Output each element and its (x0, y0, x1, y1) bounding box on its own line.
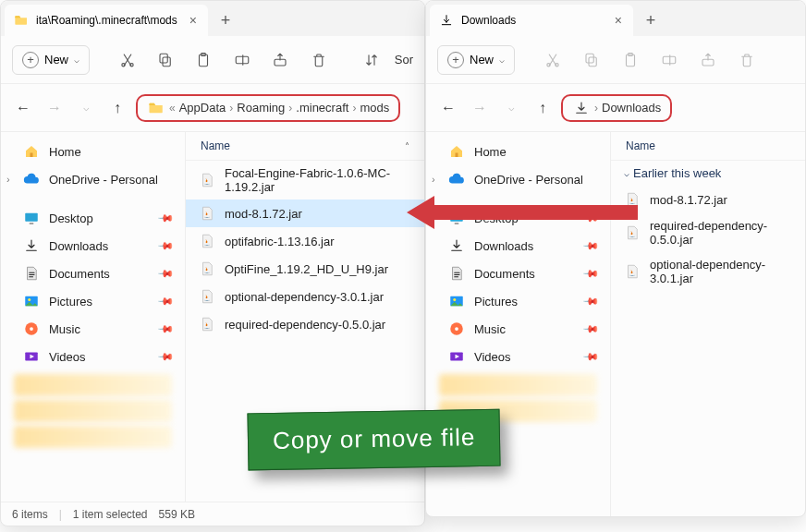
forward-button[interactable]: → (42, 95, 67, 121)
new-tab-button[interactable]: + (212, 11, 239, 30)
sidebar-item-videos[interactable]: Videos📌 (1, 343, 185, 370)
blurred-item (14, 426, 172, 448)
pin-icon: 📌 (581, 264, 599, 282)
status-items: 6 items (12, 508, 48, 521)
new-button[interactable]: + New ⌵ (12, 45, 90, 75)
sidebar: Home ›OneDrive - Personal Desktop📌 Downl… (1, 132, 186, 502)
tab-mods[interactable]: ita\Roaming\.minecraft\mods × (5, 5, 208, 36)
sidebar-item-videos[interactable]: Videos📌 (426, 343, 610, 370)
status-selected: 1 item selected (73, 508, 148, 521)
blurred-item (14, 374, 172, 396)
cut-button[interactable] (112, 44, 142, 76)
chevron-down-icon[interactable]: ⌵ (73, 95, 99, 121)
share-button[interactable] (265, 44, 296, 76)
file-row[interactable]: optional-dependency-3.0.1.jar (186, 283, 424, 310)
jar-icon (199, 316, 215, 332)
chevron-down-icon[interactable]: ⌵ (498, 95, 524, 121)
file-row[interactable]: mod-8.1.72.jar (611, 186, 805, 213)
jar-icon (624, 263, 641, 280)
file-name: required-dependency-0.5.0.jar (225, 318, 385, 332)
nav-bar: ← → ⌵ ↑ › Downloads (426, 84, 805, 132)
toolbar: + New ⌵ Sor (1, 36, 424, 84)
file-row[interactable]: OptiFine_1.19.2_HD_U_H9.jar (186, 255, 424, 283)
folder-icon (147, 100, 165, 116)
crumb[interactable]: mods (360, 101, 389, 115)
download-icon (439, 13, 454, 28)
chevron-down-icon: ⌵ (74, 54, 79, 65)
pin-icon: 📌 (156, 347, 174, 365)
new-label: New (44, 53, 68, 66)
file-name: OptiFine_1.19.2_HD_U_H9.jar (225, 262, 388, 276)
new-button[interactable]: + New ⌵ (437, 45, 515, 75)
breadcrumb-path[interactable]: « AppData› Roaming› .minecraft› mods (136, 94, 400, 122)
sort-label: Sor (395, 53, 413, 66)
chevron-right-icon: « (169, 102, 176, 115)
crumb[interactable]: AppData (179, 101, 226, 115)
column-header-name[interactable]: Name˄ (186, 132, 424, 161)
paste-button[interactable] (615, 44, 646, 76)
breadcrumb-path[interactable]: › Downloads (561, 94, 672, 122)
rename-button[interactable] (653, 44, 685, 76)
delete-button[interactable] (731, 44, 763, 76)
pin-icon: 📌 (156, 209, 174, 226)
tab-downloads[interactable]: Downloads × (430, 5, 633, 36)
up-button[interactable]: ↑ (530, 95, 556, 121)
group-header[interactable]: ⌵Earlier this week (611, 161, 805, 186)
pin-icon: 📌 (156, 320, 174, 337)
tab-bar: ita\Roaming\.minecraft\mods × + (1, 1, 424, 36)
file-list: ⌵Earlier this week mod-8.1.72.jarrequire… (611, 161, 805, 516)
pin-icon: 📌 (581, 236, 599, 254)
jar-icon (199, 288, 215, 305)
paste-button[interactable] (189, 44, 219, 76)
pin-icon: 📌 (156, 264, 174, 282)
pin-icon: 📌 (581, 292, 599, 309)
crumb[interactable]: .minecraft (296, 101, 348, 115)
delete-button[interactable] (303, 44, 334, 76)
status-size: 559 KB (159, 508, 195, 521)
plus-icon: + (447, 52, 464, 68)
chevron-down-icon: ⌵ (624, 168, 629, 178)
crumb[interactable]: Downloads (602, 101, 661, 115)
new-tab-button[interactable]: + (637, 11, 665, 30)
file-row[interactable]: optional-dependency-3.0.1.jar (611, 252, 805, 291)
file-row[interactable]: required-dependency-0.5.0.jar (186, 310, 424, 338)
close-icon[interactable]: × (188, 11, 199, 30)
file-row[interactable]: optifabric-1.13.16.jar (186, 227, 424, 255)
plus-icon: + (22, 52, 39, 68)
file-row[interactable]: required-dependency-0.5.0.jar (611, 213, 805, 252)
pin-icon: 📌 (581, 209, 599, 226)
new-label: New (470, 53, 494, 66)
download-icon (572, 100, 591, 116)
tab-title: ita\Roaming\.minecraft\mods (36, 14, 180, 27)
copy-button[interactable] (150, 44, 180, 76)
column-header-name[interactable]: Name (611, 132, 805, 161)
forward-button[interactable]: → (467, 95, 493, 121)
file-name: optional-dependency-3.0.1.jar (650, 258, 792, 285)
sort-button[interactable] (356, 44, 386, 76)
blurred-item (439, 374, 597, 396)
pin-icon: 📌 (581, 320, 599, 337)
file-row[interactable]: mod-8.1.72.jar (186, 200, 424, 227)
video-icon (448, 348, 465, 365)
file-name: required-dependency-0.5.0.jar (650, 219, 792, 247)
jar-icon (199, 172, 215, 188)
chevron-right-icon[interactable]: › (432, 174, 435, 185)
share-button[interactable] (692, 44, 724, 76)
status-bar: 6 items | 1 item selected 559 KB (1, 502, 424, 526)
chevron-right-icon[interactable]: › (6, 174, 10, 185)
pin-icon: 📌 (581, 347, 599, 365)
video-icon (23, 348, 40, 365)
crumb[interactable]: Roaming (237, 101, 285, 115)
chevron-down-icon: ⌵ (499, 54, 505, 65)
close-icon[interactable]: × (613, 11, 624, 30)
copy-button[interactable] (576, 44, 607, 76)
pin-icon: 📌 (156, 236, 174, 254)
caret-up-icon: ˄ (405, 141, 409, 151)
cut-button[interactable] (537, 44, 568, 76)
jar-icon (199, 233, 215, 249)
file-pane: Name ⌵Earlier this week mod-8.1.72.jarre… (611, 132, 805, 516)
rename-button[interactable] (226, 44, 257, 76)
file-row[interactable]: Focal-Engine-Fabric-1.0.6-MC-1.19.2.jar (186, 161, 424, 200)
up-button[interactable]: ↑ (104, 95, 130, 121)
tab-bar: Downloads × + (426, 1, 805, 36)
